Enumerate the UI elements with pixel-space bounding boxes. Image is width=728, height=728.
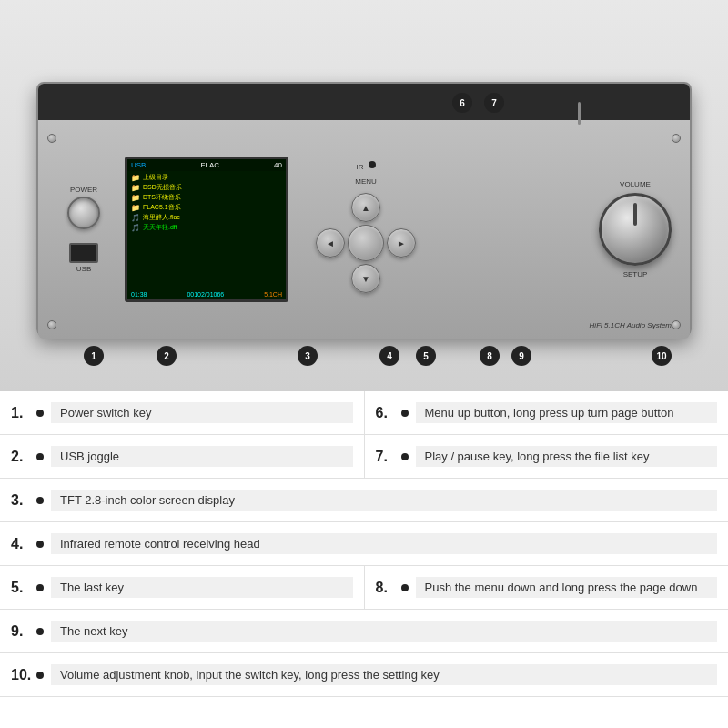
file-name: DTS环绕音乐	[143, 193, 181, 202]
info-row-3: 3. TFT 2.8-inch color screen display	[0, 479, 728, 522]
power-button[interactable]	[67, 197, 100, 229]
info-section: 1. Power switch key 6. Menu up button, l…	[0, 391, 728, 697]
badge-1: 1	[84, 346, 104, 366]
file-row: 📁 DTS环绕音乐	[131, 193, 282, 202]
usb-label: USB	[69, 265, 98, 273]
info-item-3: 3. TFT 2.8-inch color screen display	[0, 484, 728, 516]
screw-tr	[672, 134, 681, 143]
screen-num: 40	[274, 161, 282, 169]
item-num-2: 2.	[11, 449, 36, 465]
volume-section: VOLUME SETUP	[599, 180, 672, 278]
badge-9: 9	[511, 346, 531, 366]
info-row-10: 10. Volume adjustment knob, input the sw…	[0, 653, 728, 697]
badge-5: 5	[416, 346, 436, 366]
file-name: FLAC5.1音乐	[143, 203, 181, 212]
dot-5	[36, 584, 44, 592]
device-front-panel: POWER USB USB FLAC 40 📁 上级	[38, 120, 690, 339]
dot-2	[36, 453, 44, 460]
screw-br	[672, 320, 681, 329]
nav-up-button[interactable]: ▲	[351, 193, 380, 222]
info-item-9: 9. The next key	[0, 615, 728, 647]
item-num-5: 5.	[11, 580, 36, 596]
dot-3	[36, 497, 44, 504]
info-item-5: 5. The last key	[0, 571, 364, 603]
item-text-10: Volume adjustment knob, input the switch…	[51, 664, 717, 685]
power-label: POWER	[67, 186, 100, 194]
dot-6	[401, 410, 409, 417]
screen-files: 📁 上级目录 📁 DSD无损音乐 📁 DTS环绕音乐 📁 FLAC5.1音乐	[127, 171, 286, 235]
item-num-9: 9.	[11, 623, 36, 640]
hifi-device: POWER USB USB FLAC 40 📁 上级	[36, 82, 692, 337]
usb-port[interactable]	[69, 243, 98, 263]
dot-8	[401, 584, 409, 592]
file-name: DSD无损音乐	[143, 183, 182, 192]
navigation-cross: ▲ ▼ ◄ ►	[311, 188, 420, 298]
nav-left-button[interactable]: ◄	[316, 228, 345, 258]
dot-10	[36, 672, 44, 679]
file-row: 📁 FLAC5.1音乐	[131, 203, 282, 212]
item-text-9: The next key	[51, 621, 717, 642]
badge-10: 10	[652, 346, 672, 366]
menu-button[interactable]	[348, 225, 384, 261]
badge-6: 6	[452, 93, 472, 113]
screen-header: USB FLAC 40	[127, 159, 286, 171]
screw-bl	[47, 320, 56, 329]
file-name: 海里醉人.flac	[143, 213, 180, 222]
channel-info: 5.1CH	[264, 291, 282, 298]
device-area: POWER USB USB FLAC 40 📁 上级	[0, 0, 728, 391]
dot-4	[36, 541, 44, 548]
info-row-4: 4. Infrared remote control receiving hea…	[0, 522, 728, 566]
nav-down-button[interactable]: ▼	[351, 264, 380, 293]
item-text-1: Power switch key	[51, 402, 353, 423]
nav-right-button[interactable]: ►	[387, 228, 416, 258]
file-name-current: 天天年轻.dff	[143, 223, 177, 232]
tft-screen: USB FLAC 40 📁 上级目录 📁 DSD无损音乐 📁 D	[125, 157, 288, 302]
volume-knob[interactable]	[599, 193, 672, 266]
item-text-6: Menu up button, long press up turn page …	[416, 402, 718, 423]
info-row-9: 9. The next key	[0, 610, 728, 653]
left-controls: POWER USB	[56, 186, 111, 273]
info-item-8: 8. Push the menu down and long press the…	[365, 571, 729, 603]
info-item-6: 6. Menu up button, long press up turn pa…	[365, 397, 729, 429]
item-num-4: 4.	[11, 536, 36, 552]
screw-tl	[47, 134, 56, 143]
item-text-4: Infrared remote control receiving head	[51, 533, 717, 554]
screen-usb: USB	[131, 161, 146, 169]
file-row: 📁 上级目录	[131, 173, 282, 182]
dot-9	[36, 628, 44, 635]
info-item-4: 4. Infrared remote control receiving hea…	[0, 528, 728, 560]
info-row-1-6: 1. Power switch key 6. Menu up button, l…	[0, 391, 728, 435]
device-top-strip	[38, 84, 690, 120]
badge-7: 7	[484, 93, 504, 113]
item-text-3: TFT 2.8-inch color screen display	[51, 490, 717, 511]
item-num-6: 6.	[376, 405, 401, 421]
item-num-7: 7.	[376, 449, 401, 465]
dot-7	[401, 453, 409, 460]
info-item-7: 7. Play / pause key, long press the file…	[365, 440, 729, 472]
ir-label: IR	[357, 163, 364, 171]
nav-section: IR MENU ▲ ▼ ◄ ►	[311, 161, 420, 298]
item-text-7: Play / pause key, long press the file li…	[416, 446, 718, 467]
item-num-8: 8.	[376, 580, 401, 596]
info-row-5-8: 5. The last key 8. Push the menu down an…	[0, 566, 728, 610]
hifi-system-label: HiFi 5.1CH Audio System	[590, 321, 672, 329]
item-num-1: 1.	[11, 405, 36, 421]
file-row-current: 🎵 天天年轻.dff	[131, 223, 282, 232]
ir-receiver	[369, 161, 376, 168]
badge-8: 8	[480, 346, 500, 366]
menu-label: MENU	[355, 177, 377, 186]
badge-4: 4	[379, 346, 399, 366]
playback-time: 01:38	[131, 291, 147, 298]
info-item-10: 10. Volume adjustment knob, input the sw…	[0, 659, 728, 691]
item-text-8: Push the menu down and long press the pa…	[416, 577, 718, 598]
dot-1	[36, 410, 44, 417]
file-name: 上级目录	[143, 173, 168, 182]
item-num-10: 10.	[11, 667, 36, 683]
badge-2: 2	[157, 346, 177, 366]
info-item-2: 2. USB joggle	[0, 440, 364, 472]
info-item-1: 1. Power switch key	[0, 397, 364, 429]
item-text-5: The last key	[51, 577, 353, 598]
badge-3: 3	[298, 346, 318, 366]
file-row: 🎵 海里醉人.flac	[131, 213, 282, 222]
screen-footer: 01:38 00102/01066 5.1CH	[131, 291, 282, 298]
